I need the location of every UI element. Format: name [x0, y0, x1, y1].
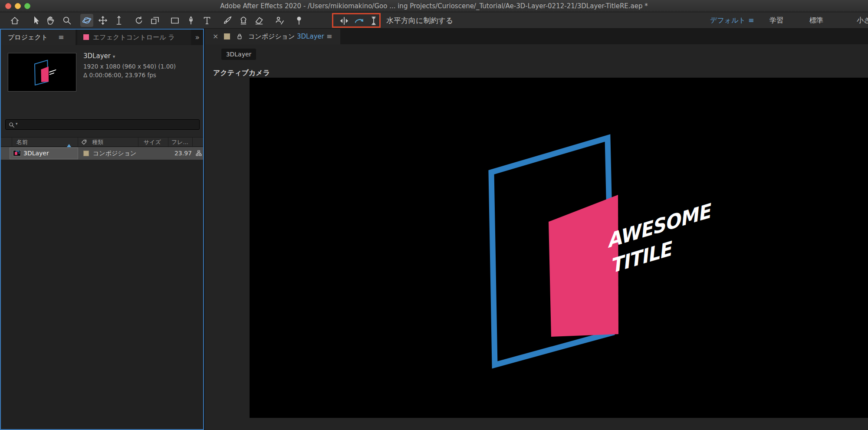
window-title: Adobe After Effects 2020 - /Users/mikiom…: [0, 0, 868, 12]
label-tag-icon[interactable]: [81, 139, 87, 145]
workspace-learn-link[interactable]: 学習: [769, 12, 783, 29]
camera-orbit-free-button[interactable]: [353, 15, 365, 26]
zoom-tool-button[interactable]: [60, 14, 73, 27]
row-item-name[interactable]: 3DLayer: [23, 147, 49, 160]
column-divider[interactable]: [78, 138, 78, 147]
project-list-body: 3DLayer コンポジション 23.97: [1, 147, 203, 429]
scene-graphic: [250, 78, 868, 418]
orbit-sphere-icon: [82, 15, 92, 26]
tab-effect-controls-label: エフェクトコントロール ラ: [93, 30, 175, 45]
stamp-icon: [238, 15, 249, 26]
project-list-header: 名前 種類 サイズ フレ...: [1, 137, 203, 147]
orbit-horizontal-icon: [339, 15, 350, 26]
workspace-small-link[interactable]: 小さ: [857, 12, 868, 29]
column-type-header[interactable]: 種類: [92, 138, 103, 147]
close-tab-icon[interactable]: ×: [213, 29, 218, 44]
project-search-input[interactable]: [22, 120, 196, 129]
column-divider: [12, 138, 12, 147]
row-item-fps: 23.97: [173, 147, 192, 160]
item-thumbnail: [8, 53, 76, 92]
row-item-type: コンポジション: [93, 147, 136, 160]
pen-tool-button[interactable]: [184, 14, 197, 27]
app-window: Adobe After Effects 2020 - /Users/mikiom…: [0, 0, 868, 430]
row-label-color-swatch[interactable]: [83, 151, 89, 156]
titlebar: Adobe After Effects 2020 - /Users/mikiom…: [0, 0, 868, 12]
camera-tools-highlight-box: [332, 13, 381, 28]
panel-title: コンポジション: [248, 29, 295, 44]
constraint-hint-label: 水平方向に制約する: [386, 12, 453, 29]
camera-dolly-vertical-button[interactable]: [368, 15, 379, 26]
column-divider[interactable]: [168, 138, 168, 147]
orbit-3d-tool-button[interactable]: [80, 14, 93, 27]
toolbar: 水平方向に制約する デフォルト ≡ 学習 標準 小さ: [0, 12, 868, 29]
pink-card-shape: [549, 195, 618, 337]
selected-item-name-text: 3DLayer: [83, 52, 111, 60]
rectangle-tool-button[interactable]: [168, 14, 181, 27]
tab-project[interactable]: プロジェクト ≡: [1, 30, 76, 45]
project-search-box[interactable]: ▾: [5, 119, 200, 130]
column-name-header[interactable]: 名前: [16, 138, 28, 147]
workspace-standard-link[interactable]: 標準: [809, 12, 823, 29]
panel-menu-icon[interactable]: ≡: [326, 29, 332, 44]
tab-effect-controls[interactable]: エフェクトコントロール ラ: [77, 30, 191, 45]
composition-viewport[interactable]: AWESOME TITILE: [250, 78, 868, 418]
tab-overflow-icon[interactable]: »: [195, 30, 200, 45]
magnifier-icon: [62, 15, 72, 26]
brush-tool-button[interactable]: [221, 14, 234, 27]
roto-brush-tool-button[interactable]: [273, 14, 286, 27]
pan-camera-tool-button[interactable]: [96, 14, 109, 27]
lock-icon[interactable]: [235, 32, 244, 41]
tab-composition[interactable]: × コンポジション 3DLayer ≡: [205, 29, 340, 44]
selection-tool-button[interactable]: [29, 14, 42, 27]
active-camera-view-label[interactable]: アクティブカメラ: [213, 69, 270, 78]
dolly-vertical-icon: [368, 15, 379, 26]
column-frame-header[interactable]: フレ...: [171, 138, 188, 147]
puppet-pin-tool-button[interactable]: [293, 14, 306, 27]
rectangle-icon: [170, 15, 180, 26]
type-tool-button[interactable]: [201, 14, 214, 27]
eraser-icon: [254, 15, 264, 26]
hand-tool-button[interactable]: [44, 14, 57, 27]
selected-item-name[interactable]: 3DLayer ▾: [83, 52, 115, 60]
clone-stamp-tool-button[interactable]: [237, 14, 250, 27]
column-divider[interactable]: [138, 138, 138, 147]
orbit-free-icon: [353, 15, 365, 26]
project-panel-tabbar: プロジェクト ≡ エフェクトコントロール ラ »: [1, 30, 203, 45]
column-size-header[interactable]: サイズ: [144, 138, 161, 147]
tab-project-label: プロジェクト: [8, 30, 48, 45]
flowchart-icon[interactable]: [195, 150, 202, 157]
composition-panel-tabbar: × コンポジション 3DLayer ≡: [205, 29, 868, 44]
camera-orbit-horizontal-button[interactable]: [339, 15, 350, 26]
composition-item-icon: [13, 150, 21, 156]
home-tool-button[interactable]: [8, 14, 21, 27]
column-divider[interactable]: [192, 138, 193, 147]
eraser-tool-button[interactable]: [253, 14, 266, 27]
search-options-icon[interactable]: ▾: [16, 121, 18, 126]
table-row[interactable]: 3DLayer コンポジション 23.97: [1, 147, 203, 160]
pan-arrows-icon: [98, 15, 108, 26]
project-panel: プロジェクト ≡ エフェクトコントロール ラ » 3DLayer ▾ 1920 …: [0, 29, 204, 430]
workspace-default-link[interactable]: デフォルト: [710, 12, 746, 29]
composition-panel: × コンポジション 3DLayer ≡ 3DLayer アクティブカメラ AWE…: [205, 29, 868, 430]
dolly-camera-tool-button[interactable]: [112, 14, 125, 27]
rotation-tool-button[interactable]: [132, 14, 145, 27]
thumbnail-preview-graphic: [8, 53, 76, 91]
search-icon: [8, 121, 15, 128]
cursor-icon: [30, 15, 41, 26]
panel-menu-icon[interactable]: ≡: [58, 30, 64, 45]
pen-icon: [186, 15, 196, 26]
pan-behind-tool-button[interactable]: [148, 14, 161, 27]
selected-item-duration: Δ 0:00:06:00, 23.976 fps: [83, 72, 156, 79]
workspace-menu-icon[interactable]: ≡: [748, 12, 754, 29]
puppet-pin-icon: [294, 15, 304, 26]
dropdown-arrow-icon[interactable]: ▾: [113, 54, 115, 59]
comp-flowchart-tab[interactable]: 3DLayer: [221, 49, 256, 60]
hand-icon: [46, 15, 56, 26]
selected-item-dimensions: 1920 x 1080 (960 x 540) (1.00): [83, 63, 176, 70]
pan-behind-icon: [150, 15, 160, 26]
sort-ascending-icon[interactable]: [67, 138, 71, 147]
rotate-icon: [134, 15, 144, 26]
active-comp-name[interactable]: 3DLayer: [297, 29, 324, 44]
dolly-arrow-icon: [114, 15, 124, 26]
brush-icon: [222, 15, 233, 26]
